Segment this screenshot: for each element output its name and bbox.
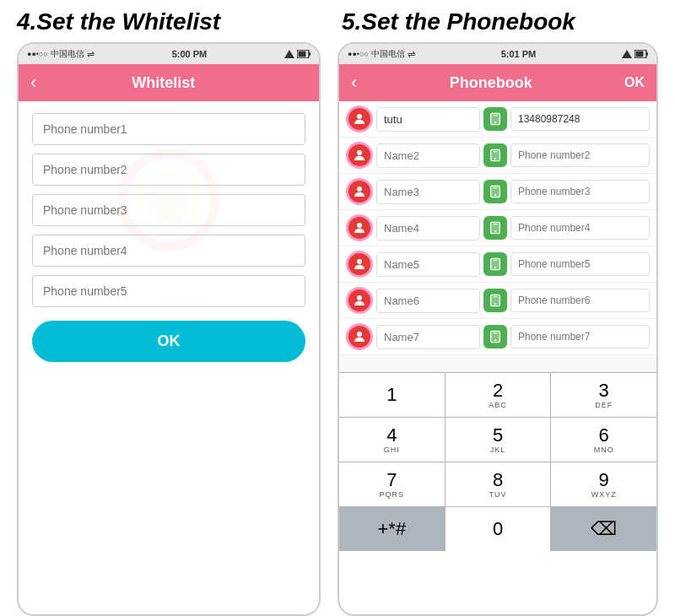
svg-point-29 (494, 230, 496, 232)
contact-phone-input-3[interactable] (510, 180, 650, 203)
svg-rect-3 (309, 52, 310, 56)
contact-name-input-1[interactable] (376, 107, 480, 132)
phone-icon-3 (483, 180, 507, 203)
phonebook-header: ‹ Phonebook OK (339, 64, 656, 101)
svg-point-21 (357, 186, 362, 192)
whitelist-ok-button[interactable]: OK (32, 321, 305, 362)
right-status-time: 5:01 PM (501, 49, 537, 59)
contact-name-input-7[interactable] (376, 325, 480, 349)
svg-point-14 (494, 122, 496, 123)
contact-name-input-2[interactable] (376, 143, 480, 168)
numpad-row-1: 4GHI5JKL6MNO (339, 417, 656, 462)
contact-phone-input-5[interactable] (510, 252, 650, 276)
contact-phone-input-6[interactable] (510, 289, 650, 312)
svg-point-19 (494, 158, 496, 159)
numpad-key-1[interactable]: 1 (339, 373, 446, 417)
numpad-key-3[interactable]: 3DEF (551, 373, 656, 417)
svg-rect-30 (493, 224, 497, 224)
contact-row-5 (339, 246, 656, 283)
svg-point-31 (357, 259, 362, 264)
svg-rect-40 (493, 296, 497, 297)
numpad-key-8[interactable]: 8TUV (446, 462, 552, 506)
numpad-row-2: 7PQRS8TUV9WXYZ (339, 462, 656, 506)
whitelist-content: OK (19, 101, 319, 374)
svg-rect-15 (493, 115, 497, 116)
svg-point-34 (494, 267, 496, 268)
contact-icon-3 (346, 178, 373, 205)
phonebook-back-button[interactable]: ‹ (351, 72, 357, 94)
phonebook-title: Phonebook (357, 74, 624, 92)
svg-point-41 (357, 332, 362, 337)
contact-name-input-3[interactable] (376, 180, 480, 204)
svg-point-44 (494, 339, 496, 341)
numpad-row-3: +*#0⌫ (339, 506, 656, 551)
svg-rect-35 (493, 260, 497, 261)
svg-rect-10 (646, 52, 648, 56)
svg-point-36 (357, 295, 362, 300)
left-status-time: 5:00 PM (172, 49, 208, 59)
left-status-left: ●●•○○ 中国电信 ⇌ (27, 48, 94, 60)
phone-input-3[interactable] (32, 194, 305, 226)
phone-input-4[interactable] (32, 235, 305, 267)
contact-row-4 (339, 210, 656, 246)
contact-row-3 (339, 174, 656, 210)
numpad-key-7[interactable]: 7PQRS (339, 462, 446, 506)
phone-input-5[interactable] (32, 275, 305, 307)
svg-point-39 (494, 303, 496, 305)
whitelist-title: Whitelist (36, 74, 290, 92)
left-status-bar: ●●•○○ 中国电信 ⇌ 5:00 PM (19, 44, 319, 64)
contact-name-input-5[interactable] (376, 252, 480, 277)
contact-icon-1 (346, 105, 373, 132)
contact-name-input-4[interactable] (376, 216, 480, 240)
numpad-row-0: 12ABC3DEF (339, 372, 656, 417)
phone-input-1[interactable] (32, 113, 305, 145)
contact-name-input-6[interactable] (376, 289, 480, 313)
left-section-title: 4.Set the Whitelist (17, 8, 333, 35)
svg-rect-9 (635, 51, 643, 57)
contact-row-1 (339, 101, 656, 138)
contact-phone-input-4[interactable] (510, 216, 650, 240)
phone-icon-6 (483, 289, 507, 312)
numpad-key-2[interactable]: 2ABC (446, 373, 552, 417)
phone-icon-1 (483, 107, 507, 131)
phone-icon-7 (483, 325, 507, 349)
numpad-key-6[interactable]: 6MNO (551, 418, 656, 462)
contact-row-7 (339, 319, 656, 355)
svg-rect-2 (298, 51, 305, 57)
contact-phone-input-7[interactable] (510, 325, 650, 349)
contact-row-6 (339, 283, 656, 319)
contact-icon-2 (346, 142, 373, 169)
numpad-key-4[interactable]: 4GHI (339, 418, 446, 462)
phone-icon-5 (483, 252, 507, 276)
svg-point-24 (494, 194, 496, 196)
contact-phone-input-1[interactable] (510, 107, 650, 131)
phonebook-ok-button[interactable]: OK (624, 75, 645, 90)
left-status-right (284, 50, 310, 58)
numpad-key-0[interactable]: 0 (446, 507, 552, 551)
phone-icon-4 (483, 216, 507, 240)
contact-icon-5 (346, 251, 373, 278)
svg-rect-25 (493, 187, 497, 188)
numpad-key-9[interactable]: 9WXYZ (551, 462, 656, 506)
phone-icon-2 (483, 143, 507, 167)
numpad: 12ABC3DEF4GHI5JKL6MNO7PQRS8TUV9WXYZ+*#0⌫ (339, 372, 656, 551)
whitelist-panel: ●●•○○ 中国电信 ⇌ 5:00 PM ‹ Whitelist (17, 42, 321, 616)
partial-row-indicator (339, 355, 656, 372)
svg-marker-0 (284, 50, 294, 58)
svg-point-11 (357, 114, 362, 119)
contact-icon-6 (346, 287, 373, 314)
phone-input-2[interactable] (32, 154, 305, 186)
contact-row-2 (339, 138, 656, 174)
numpad-key-5[interactable]: 5JKL (446, 418, 552, 462)
numpad-key-x[interactable]: ⌫ (551, 507, 656, 551)
whitelist-header: ‹ Whitelist (19, 64, 319, 101)
contact-icon-4 (346, 214, 373, 241)
svg-rect-45 (493, 332, 497, 333)
phonebook-content (339, 101, 656, 372)
phonebook-panel: ●●•○○ 中国电信 ⇌ 5:01 PM ‹ Phonebook OK (338, 42, 658, 616)
contact-phone-input-2[interactable] (510, 143, 650, 167)
whitelist-back-button[interactable]: ‹ (30, 72, 36, 94)
numpad-key-xxx[interactable]: +*# (339, 507, 446, 551)
svg-rect-20 (493, 151, 497, 152)
svg-point-26 (357, 223, 362, 228)
